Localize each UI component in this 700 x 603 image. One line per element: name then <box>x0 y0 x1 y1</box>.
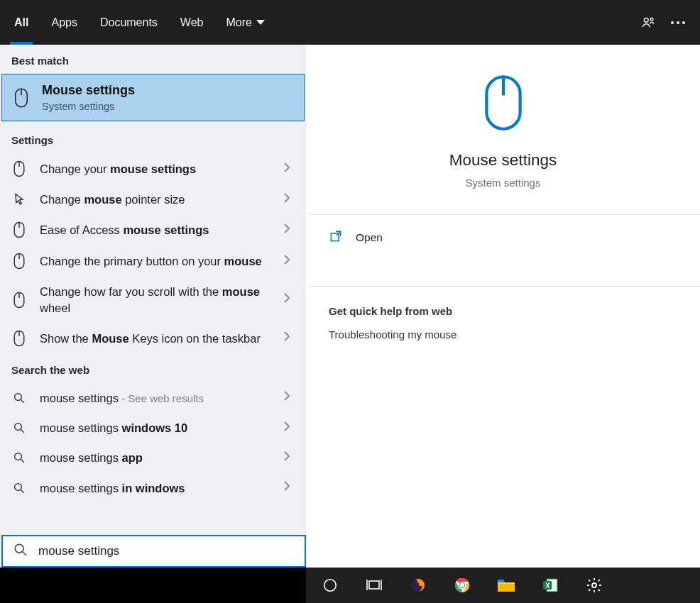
mouse-icon <box>11 330 27 347</box>
svg-point-18 <box>15 453 22 460</box>
svg-point-20 <box>15 483 22 490</box>
web-result[interactable]: mouse settings in windows <box>0 473 306 503</box>
svg-rect-28 <box>369 581 379 589</box>
task-view-icon[interactable] <box>359 570 390 601</box>
chevron-down-icon <box>256 20 265 25</box>
open-action[interactable]: Open <box>306 215 700 260</box>
search-icon <box>11 482 27 494</box>
result-label: mouse settings app <box>40 450 270 465</box>
result-label: mouse settings in windows <box>40 480 270 496</box>
svg-line-15 <box>21 399 24 403</box>
settings-result[interactable]: Ease of Access mouse settings <box>0 214 306 245</box>
chevron-right-icon <box>283 162 296 177</box>
svg-point-0 <box>644 18 648 22</box>
tab-more[interactable]: More <box>226 0 264 45</box>
search-icon <box>13 542 28 560</box>
best-match-title: Mouse settings <box>42 83 135 98</box>
best-match-subtitle: System settings <box>42 101 135 112</box>
svg-point-34 <box>460 583 464 587</box>
taskbar <box>306 568 700 603</box>
tab-web[interactable]: Web <box>180 0 204 45</box>
quick-help-link[interactable]: Troubleshooting my mouse <box>306 327 700 342</box>
mouse-icon <box>11 292 27 309</box>
settings-result[interactable]: Show the Mouse Keys icon on the taskbar <box>0 323 306 354</box>
svg-point-25 <box>15 544 23 553</box>
section-settings: Settings <box>0 124 306 153</box>
svg-point-40 <box>592 583 596 587</box>
chevron-right-icon <box>283 390 296 405</box>
result-preview-panel: Mouse settings System settings Open Get … <box>306 45 700 568</box>
svg-line-26 <box>23 552 27 556</box>
open-icon <box>329 229 343 246</box>
best-match-result[interactable]: Mouse settings System settings <box>1 74 305 121</box>
excel-icon[interactable] <box>535 570 566 601</box>
mouse-icon <box>11 160 27 177</box>
svg-rect-35 <box>498 584 515 592</box>
result-label: Change mouse pointer size <box>40 192 270 207</box>
firefox-icon[interactable] <box>403 570 434 601</box>
result-label: mouse settings - See web results <box>40 390 270 406</box>
account-icon[interactable] <box>633 8 663 38</box>
settings-result[interactable]: Change your mouse settings <box>0 153 306 184</box>
search-filter-tabs: All Apps Documents Web More <box>0 0 700 45</box>
pointer-icon <box>11 192 27 207</box>
chrome-icon[interactable] <box>447 570 478 601</box>
search-icon <box>11 392 27 404</box>
web-result[interactable]: mouse settings windows 10 <box>0 413 306 443</box>
svg-point-1 <box>650 18 653 21</box>
svg-line-17 <box>21 429 24 433</box>
chevron-right-icon <box>283 254 296 269</box>
svg-point-16 <box>15 424 22 431</box>
chevron-right-icon <box>283 450 296 465</box>
svg-line-21 <box>21 489 24 493</box>
tab-all[interactable]: All <box>14 0 28 45</box>
tab-documents[interactable]: Documents <box>100 0 158 45</box>
web-result[interactable]: mouse settings app <box>0 443 306 472</box>
chevron-right-icon <box>283 292 296 307</box>
result-label: Change how far you scroll with the mouse… <box>40 284 270 316</box>
search-results-panel: Best match Mouse settings System setting… <box>0 45 306 568</box>
open-label: Open <box>356 231 383 244</box>
more-options-icon[interactable] <box>663 8 693 38</box>
svg-point-14 <box>15 394 22 401</box>
settings-result[interactable]: Change the primary button on your mouse <box>0 245 306 277</box>
mouse-icon <box>13 87 29 109</box>
result-label: mouse settings windows 10 <box>40 420 270 436</box>
result-label: Show the Mouse Keys icon on the taskbar <box>40 331 270 346</box>
result-label: Ease of Access mouse settings <box>40 222 270 238</box>
file-explorer-icon[interactable] <box>491 570 522 601</box>
chevron-right-icon <box>283 421 296 436</box>
search-icon <box>11 421 27 434</box>
search-box[interactable] <box>1 535 306 568</box>
result-label: Change your mouse settings <box>40 161 270 177</box>
mouse-icon <box>481 73 526 135</box>
settings-result[interactable]: Change how far you scroll with the mouse… <box>0 277 306 323</box>
web-result[interactable]: mouse settings - See web results <box>0 383 306 413</box>
cortana-icon[interactable] <box>315 570 346 601</box>
section-best-match: Best match <box>0 45 306 74</box>
settings-icon[interactable] <box>579 570 610 601</box>
section-search-web: Search the web <box>0 354 306 383</box>
quick-help-header: Get quick help from web <box>306 287 700 327</box>
settings-result[interactable]: Change mouse pointer size <box>0 184 306 214</box>
mouse-icon <box>11 253 27 270</box>
tab-apps[interactable]: Apps <box>51 0 77 45</box>
preview-subtitle: System settings <box>466 177 541 189</box>
chevron-right-icon <box>283 480 296 495</box>
chevron-right-icon <box>283 223 296 238</box>
search-icon <box>11 451 27 464</box>
mouse-icon <box>11 221 27 238</box>
chevron-right-icon <box>283 192 296 207</box>
chevron-right-icon <box>283 331 296 345</box>
preview-title: Mouse settings <box>449 151 557 170</box>
search-input[interactable] <box>38 544 297 558</box>
svg-point-27 <box>324 580 337 592</box>
svg-rect-36 <box>498 580 504 582</box>
result-label: Change the primary button on your mouse <box>40 253 270 269</box>
svg-line-19 <box>21 460 24 463</box>
